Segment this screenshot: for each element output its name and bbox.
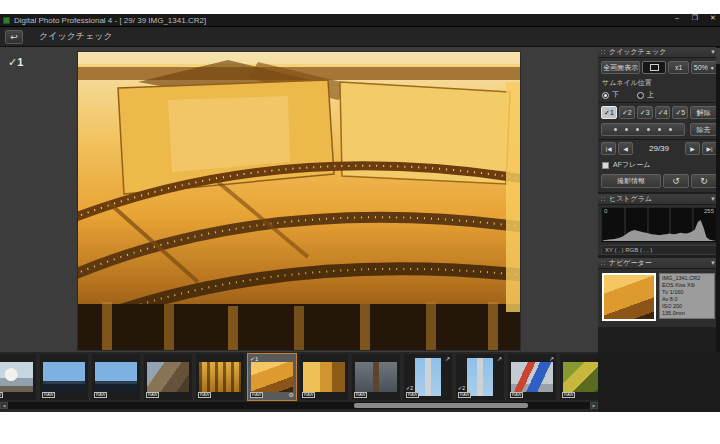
rotate-left-icon: ↺ (672, 176, 680, 186)
check-3-button[interactable]: ✓3 (637, 106, 653, 119)
filmstrip-thumbnail-girders[interactable]: ✓1⚙RAW (248, 354, 296, 400)
fullscreen-button[interactable]: 全画面表示 (601, 61, 640, 74)
histogram-title: ヒストグラム (609, 194, 710, 204)
thumbnail-image (251, 362, 293, 392)
exif-aperture: Av 8.0 (662, 296, 712, 303)
radio-position-top[interactable]: 上 (637, 90, 654, 100)
shooting-info-button[interactable]: 撮影情報 (601, 174, 661, 188)
last-image-button[interactable]: ▶| (702, 142, 717, 155)
navigator-thumbnail[interactable] (602, 273, 656, 321)
clear-check-button[interactable]: 解除 (690, 106, 717, 119)
rating-dot[interactable] (636, 128, 639, 131)
scroll-right-icon[interactable]: ▶ (590, 402, 598, 409)
previous-image-button[interactable]: ◀ (618, 142, 633, 155)
radio-bottom-label: 下 (612, 90, 619, 100)
thumbnail-image (43, 362, 85, 392)
back-to-main-button[interactable]: ↩ (5, 30, 23, 44)
preview-check-mark: ✓1 (8, 56, 23, 69)
chevron-down-icon: ▼ (710, 65, 715, 71)
filmstrip-scrollbar[interactable]: ◀ ▶ (0, 402, 598, 409)
minimize-button[interactable]: – (672, 14, 682, 22)
filmstrip-thumbnail-skytree-a[interactable]: ✓2↗RAW (404, 354, 452, 400)
raw-badge: RAW (302, 392, 315, 398)
filmstrip-thumbnail-skyline-b[interactable]: RAW (92, 354, 140, 400)
filmstrip-thumbnail-playground[interactable]: ↗RAW (508, 354, 556, 400)
exif-filename: IMG_1341.CR2 (662, 275, 712, 282)
zoom-select[interactable]: 50% ▼ (691, 61, 717, 74)
filmstrip-thumbnail-plaque[interactable]: RAW (196, 354, 244, 400)
rating-dots (601, 123, 685, 136)
raw-badge: RAW (562, 392, 575, 398)
next-image-button[interactable]: ▶ (685, 142, 700, 155)
rating-dot[interactable] (669, 128, 672, 131)
rotate-left-button[interactable]: ↺ (663, 174, 689, 188)
check-2-button[interactable]: ✓2 (619, 106, 635, 119)
exif-info-box: IMG_1341.CR2 EOS Kiss X6i Tv 1/160 Av 8.… (659, 273, 715, 319)
navigator-title: ナビゲーター (609, 258, 710, 268)
thumbnail-image (415, 358, 441, 396)
thumbnail-image (355, 362, 397, 392)
filmstrip-thumbnail-skyline-a[interactable]: RAW (40, 354, 88, 400)
drag-grip-icon (600, 260, 606, 267)
exif-focal-length: 135.0mm (662, 310, 712, 317)
filmstrip-thumbnail-skytree-b[interactable]: ✓2↗RAW (456, 354, 504, 400)
histogram-curve (603, 207, 715, 241)
main-photo[interactable] (78, 52, 520, 350)
histogram-palette-header[interactable]: ヒストグラム ▼ (598, 194, 720, 205)
filmstrip-thumbnail-boardwalk[interactable]: RAW (144, 354, 192, 400)
thumbnail-image (563, 362, 598, 392)
edited-arrow-icon: ↗ (497, 355, 502, 362)
rating-dot[interactable] (614, 128, 617, 131)
rotate-right-button[interactable]: ↻ (691, 174, 717, 188)
check-buttons: ✓1✓2✓3✓4✓5解除 (598, 102, 720, 122)
check-5-button[interactable]: ✓5 (672, 106, 688, 119)
filmstrip-thumbnail-gold-panel[interactable]: RAW (300, 354, 348, 400)
raw-badge: RAW (94, 392, 107, 398)
thumbnail-image (467, 358, 493, 396)
quick-check-label: クイックチェック (39, 30, 113, 43)
navigator-palette-header[interactable]: ナビゲーター ▼ (598, 258, 720, 269)
quick-check-palette-header[interactable]: クイックチェック ▼ (598, 47, 720, 58)
rating-dot[interactable] (647, 128, 650, 131)
radio-top-label: 上 (647, 90, 654, 100)
drag-grip-icon (600, 196, 606, 203)
preview-area: ✓1 (0, 47, 598, 352)
edited-arrow-icon: ↗ (549, 355, 554, 362)
filmstrip-thumbnail-lantern[interactable]: RAW (352, 354, 400, 400)
rating-dot[interactable] (625, 128, 628, 131)
scrollbar-thumb[interactable] (354, 403, 528, 408)
scroll-left-icon[interactable]: ◀ (0, 402, 8, 409)
gear-icon: ⚙ (289, 391, 294, 398)
filmstrip-thumbnail-seagull[interactable]: RAW (0, 354, 36, 400)
radio-position-bottom[interactable]: 下 (602, 90, 619, 100)
raw-badge: RAW (510, 392, 523, 398)
rotate-right-icon: ↻ (700, 176, 708, 186)
histogram-display: 0 255 (601, 207, 717, 243)
raw-badge: RAW (198, 392, 211, 398)
radio-off-icon (637, 92, 644, 99)
thumbnail-image (147, 362, 189, 392)
edited-arrow-icon: ↗ (445, 355, 450, 362)
raw-badge: RAW (458, 392, 471, 398)
thumbnail-image (95, 362, 137, 392)
raw-badge: RAW (354, 392, 367, 398)
thumbnail-image (511, 362, 553, 392)
fit-to-window-button[interactable] (642, 61, 666, 74)
filmstrip-filler (598, 352, 720, 412)
af-frame-checkbox[interactable] (602, 162, 609, 169)
exif-camera: EOS Kiss X6i (662, 282, 712, 289)
close-button[interactable]: ✕ (708, 14, 718, 22)
zoom-100-button[interactable]: x1 (668, 61, 690, 74)
radio-on-icon (602, 92, 609, 99)
raw-badge: RAW (42, 392, 55, 398)
first-image-button[interactable]: |◀ (601, 142, 616, 155)
remove-rating-button[interactable]: 除去 (690, 123, 717, 136)
rating-dot[interactable] (658, 128, 661, 131)
raw-badge: RAW (146, 392, 159, 398)
window-title: Digital Photo Professional 4 - [ 29/ 39 … (14, 16, 206, 25)
maximize-button[interactable]: ❐ (690, 14, 700, 22)
check-1-button[interactable]: ✓1 (601, 106, 617, 119)
check-4-button[interactable]: ✓4 (655, 106, 671, 119)
check-mark-badge: ✓2 (406, 385, 413, 391)
filmstrip-thumbnail-leaves[interactable]: RAW (560, 354, 598, 400)
